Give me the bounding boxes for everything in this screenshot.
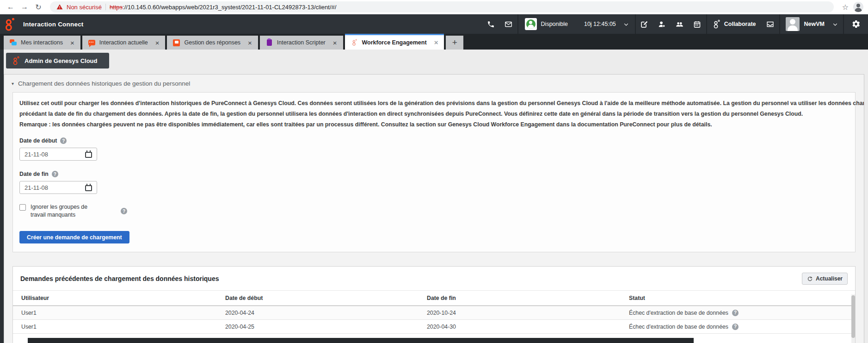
user-name: NewVM	[804, 21, 825, 27]
end-date-input[interactable]: 21-11-08	[19, 181, 97, 194]
table-row: User1 2020-04-24 2020-10-24 Échec d'extr…	[13, 306, 855, 320]
ignore-workgroups-checkbox[interactable]	[19, 204, 26, 211]
tab-label: Interaction actuelle	[99, 39, 148, 46]
browser-forward-button[interactable]: →	[18, 1, 31, 13]
collaborate-logo-icon	[713, 19, 720, 29]
settings-gears-icon[interactable]	[844, 14, 868, 34]
help-icon[interactable]: ?	[60, 137, 67, 144]
table-header-bar: Demandes précédentes de chargement des d…	[13, 267, 855, 290]
close-icon[interactable]: ×	[248, 39, 252, 46]
table-title: Demandes précédentes de chargement des d…	[20, 275, 219, 282]
presence-avatar	[525, 18, 537, 30]
create-upload-request-button[interactable]: Créer une demande de chargement	[19, 231, 129, 243]
start-date-value: 21-11-08	[25, 151, 48, 158]
collaborate-button[interactable]: Collaborate	[707, 14, 762, 34]
tab-workforce-engagement[interactable]: Workforce Engagement ×	[345, 34, 444, 50]
help-icon[interactable]: ?	[52, 171, 58, 177]
ignore-workgroups-row: Ignorer les groupes de travail manquants…	[19, 203, 844, 219]
divider	[105, 4, 106, 10]
cell-end-date: 2020-04-30	[427, 324, 629, 330]
agent-status-icon[interactable]	[653, 14, 671, 34]
status-text: Échec d'extraction de base de données	[629, 310, 728, 316]
previous-requests-card: Demandes précédentes de chargement des d…	[12, 266, 856, 343]
close-icon[interactable]: ×	[333, 39, 337, 46]
help-icon[interactable]: ?	[121, 208, 127, 214]
address-bar[interactable]: Non sécurisé https://10.145.0.60/webapps…	[50, 1, 834, 12]
end-date-label-row: Date de fin ?	[19, 171, 844, 177]
calendar-icon[interactable]	[689, 14, 706, 34]
session-timer: 10j 12:45:05	[584, 21, 616, 27]
table-column-headers: Utilisateur Date de début Date de fin St…	[13, 290, 855, 306]
refresh-label: Actualiser	[816, 275, 843, 282]
chevron-down-icon	[624, 22, 628, 26]
header-actions: Disponible 10j 12:45:05 Collaborate	[482, 14, 868, 34]
close-icon[interactable]: ×	[434, 39, 438, 46]
help-icon[interactable]: ?	[732, 324, 739, 330]
chat-dots-icon	[88, 40, 95, 45]
inbox-tray-icon[interactable]	[762, 14, 779, 34]
app-title: Interaction Connect	[23, 21, 84, 28]
new-tab-button[interactable]: +	[446, 36, 463, 50]
collapsible-section-header[interactable]: ▾ Chargement des données historiques de …	[4, 75, 864, 92]
main-content: Admin de Genesys Cloud ▾ Chargement des …	[0, 50, 868, 343]
cell-end-date: 2020-10-24	[427, 310, 629, 316]
compose-note-icon[interactable]	[636, 14, 653, 34]
browser-back-button[interactable]: ←	[5, 1, 17, 13]
caret-down-icon: ▾	[12, 81, 14, 86]
end-date-label: Date de fin	[19, 171, 49, 177]
genesys-logo-icon	[4, 17, 16, 31]
tab-interaction-scripter[interactable]: Interaction Scripter ×	[260, 36, 343, 50]
column-header-utilisateur: Utilisateur	[21, 295, 225, 301]
tab-mes-interactions[interactable]: Mes interactions ×	[4, 36, 80, 50]
close-icon[interactable]: ×	[155, 39, 160, 46]
browser-profile-avatar[interactable]	[853, 2, 863, 12]
presence-selector[interactable]: Disponible 10j 12:45:05	[518, 14, 635, 34]
available-status-icon	[526, 19, 536, 29]
intro-text: Utilisez cet outil pour charger les donn…	[19, 98, 844, 130]
close-icon[interactable]: ×	[70, 39, 74, 46]
tab-label: Mes interactions	[21, 39, 63, 46]
tab-label: Gestion des réponses	[184, 39, 240, 46]
cell-status: Échec d'extraction de base de données ?	[629, 310, 855, 316]
phone-icon[interactable]	[482, 14, 500, 34]
browser-reload-button[interactable]: ↻	[32, 1, 44, 13]
workspace-tab-bar: Mes interactions × Interaction actuelle …	[0, 34, 868, 50]
security-status-label: Non sécurisé	[67, 4, 102, 11]
end-date-value: 21-11-08	[25, 184, 48, 191]
presence-label: Disponible	[541, 21, 568, 27]
table-scrollbar-thumb[interactable]	[851, 295, 855, 338]
cell-start-date: 2020-04-25	[225, 324, 427, 330]
column-header-date-debut: Date de début	[225, 295, 427, 301]
bookmark-star-icon[interactable]: ☆	[842, 3, 849, 12]
column-header-date-fin: Date de fin	[427, 295, 629, 301]
bottom-edge-bar	[28, 338, 694, 343]
intro-line: Remarque : les données chargées peuvent …	[19, 119, 844, 130]
start-date-label-row: Date de début ?	[19, 137, 844, 144]
help-icon[interactable]: ?	[732, 310, 739, 316]
status-text: Échec d'extraction de base de données	[629, 324, 728, 330]
column-header-statut: Statut	[629, 295, 855, 301]
table-scrollbar-track	[851, 294, 855, 343]
user-menu[interactable]: NewVM	[780, 14, 843, 34]
cell-user: User1	[21, 310, 225, 316]
panel-body: Utilisez cet outil pour charger les donn…	[4, 92, 864, 343]
calendar-picker-icon[interactable]	[85, 185, 92, 191]
genesys-glyph-icon	[12, 56, 20, 65]
section-title: Chargement des données historiques de ge…	[18, 80, 190, 87]
checkbox-label-line1: Ignorer les groupes de	[31, 204, 87, 210]
email-icon[interactable]	[500, 14, 517, 34]
people-group-icon[interactable]	[671, 14, 689, 34]
admin-genesys-cloud-button[interactable]: Admin de Genesys Cloud	[6, 53, 109, 69]
calendar-picker-icon[interactable]	[85, 152, 92, 158]
admin-button-label: Admin de Genesys Cloud	[25, 57, 97, 64]
cell-start-date: 2020-04-24	[225, 310, 427, 316]
start-date-input[interactable]: 21-11-08	[19, 148, 97, 161]
chevron-down-icon	[833, 22, 837, 26]
refresh-button[interactable]: Actualiser	[802, 273, 848, 285]
tab-interaction-actuelle[interactable]: Interaction actuelle ×	[82, 36, 166, 50]
cell-user: User1	[21, 324, 225, 330]
collaborate-label: Collaborate	[724, 21, 756, 27]
upload-form-card: Utilisez cet outil pour charger les donn…	[12, 92, 856, 252]
refresh-icon	[807, 276, 813, 282]
tab-gestion-des-reponses[interactable]: Gestion des réponses ×	[167, 36, 258, 50]
